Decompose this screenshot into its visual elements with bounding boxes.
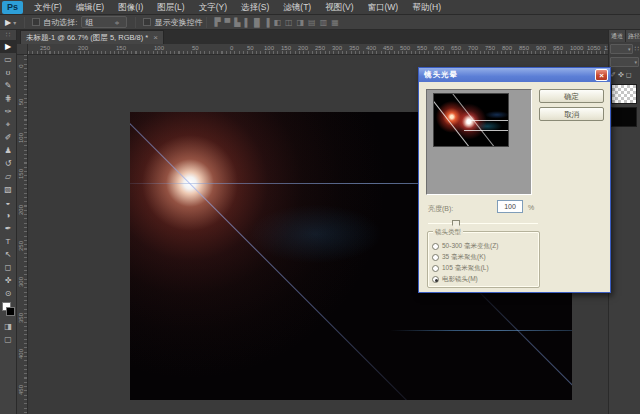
ok-button[interactable]: 确定	[539, 89, 604, 103]
tool-type[interactable]: T	[0, 235, 17, 248]
align-right-edges-icon[interactable]: ▐	[264, 16, 270, 29]
lens-option[interactable]: 105 毫米聚焦(L)	[432, 263, 489, 274]
tool-hand[interactable]: ✜	[0, 274, 17, 287]
layer-thumbnail-transparent[interactable]	[611, 84, 637, 104]
lens-option[interactable]: 35 毫米聚焦(K)	[432, 252, 486, 263]
distribute-top-icon[interactable]: ◧	[273, 16, 281, 29]
brightness-input[interactable]	[497, 200, 523, 213]
distribute-bottom-icon[interactable]: ◨	[297, 16, 305, 29]
close-tab-icon[interactable]: ×	[153, 33, 158, 42]
dialog-title-bar[interactable]: 镜头光晕	[419, 68, 610, 82]
tool-preset-caret-icon[interactable]: ▾	[13, 19, 16, 26]
show-transform-checkbox[interactable]	[143, 18, 151, 26]
tool-crop[interactable]: ⋕	[0, 92, 17, 105]
lock-all-icon[interactable]: ◻	[626, 71, 632, 79]
ruler-label: 950	[553, 45, 563, 51]
auto-select-dropdown[interactable]: 组 ≑	[81, 16, 127, 28]
tool-history-brush[interactable]: ↺	[0, 157, 17, 170]
align-top-edges-icon[interactable]: ▛	[214, 16, 220, 29]
align-vertical-centers-icon[interactable]: ▀	[225, 16, 231, 29]
ruler-label: 150	[116, 45, 126, 51]
chevron-down-icon: ≑	[114, 19, 119, 26]
align-icons: ▛▀▙▌█▐◧◫◨▤▥▦	[214, 16, 338, 29]
ruler-label: 200	[298, 45, 308, 51]
menu-item[interactable]: 图层(L)	[150, 0, 191, 15]
distribute-vertical-icon[interactable]: ◫	[285, 16, 293, 29]
menu-item[interactable]: 文字(Y)	[192, 0, 234, 15]
layer-thumbnail-black[interactable]	[611, 107, 637, 127]
ruler-label: 550	[417, 45, 427, 51]
menu-item[interactable]: 视图(V)	[318, 0, 360, 15]
radio-icon[interactable]	[432, 276, 439, 283]
panel-tab[interactable]: 通道	[609, 30, 626, 42]
menu-item[interactable]: 编辑(E)	[69, 0, 111, 15]
ruler-label: 400	[366, 45, 376, 51]
tool-quick-selection[interactable]: ✎	[0, 79, 17, 92]
tool-gradient[interactable]: ▧	[0, 183, 17, 196]
tool-move[interactable]: ▶	[0, 40, 17, 53]
screen-mode-button[interactable]: ▢	[0, 333, 17, 346]
quick-mask-button[interactable]: ◨	[0, 320, 17, 333]
cancel-button[interactable]: 取消	[539, 107, 604, 121]
ruler-label: 0	[230, 45, 233, 51]
tool-eraser[interactable]: ▱	[0, 170, 17, 183]
menu-item[interactable]: 选择(S)	[234, 0, 276, 15]
distribute-center-icon[interactable]: ▥	[320, 16, 328, 29]
chevron-down-icon: ▾	[634, 59, 637, 65]
menu-item[interactable]: 窗口(W)	[361, 0, 406, 15]
tool-shape[interactable]: ◻	[0, 261, 17, 274]
lock-move-icon[interactable]: ✜	[618, 71, 624, 79]
tool-blur[interactable]: ◒	[0, 196, 17, 209]
dialog-close-button[interactable]: ×	[595, 69, 608, 81]
radio-icon[interactable]	[432, 265, 439, 272]
tool-lasso[interactable]: ʊ	[0, 66, 17, 79]
flare-preview-thumbnail[interactable]	[433, 93, 509, 147]
menu-item[interactable]: 帮助(H)	[405, 0, 448, 15]
tool-marquee[interactable]: ▭	[0, 53, 17, 66]
tool-pen[interactable]: ✒	[0, 222, 17, 235]
distribute-left-icon[interactable]: ▤	[308, 16, 316, 29]
ruler-label: 350	[18, 312, 24, 324]
tool-healing-brush[interactable]: ⌖	[0, 118, 17, 131]
tool-brush[interactable]: ✐	[0, 131, 17, 144]
ruler-label: 100	[264, 45, 274, 51]
tool-dodge[interactable]: ◑	[0, 209, 17, 222]
ruler-label: 250	[40, 45, 50, 51]
tool-path-selection[interactable]: ↖	[0, 248, 17, 261]
vertical-ruler[interactable]: 050100150200250300350400450	[17, 55, 28, 414]
ruler-label: 200	[78, 45, 88, 51]
ruler-label: 150	[18, 168, 24, 180]
brightness-slider[interactable]	[428, 220, 538, 228]
distribute-right-icon[interactable]: ▦	[331, 16, 339, 29]
lens-option[interactable]: 电影镜头(M)	[432, 274, 478, 285]
panel-tabs: 通道路径	[609, 30, 640, 42]
radio-icon[interactable]	[432, 243, 439, 250]
lens-option[interactable]: 50-300 毫米变焦(Z)	[432, 241, 498, 252]
lens-type-legend: 镜头类型	[433, 228, 463, 237]
menu-item[interactable]: 图像(I)	[111, 0, 150, 15]
menu-item[interactable]: 滤镜(T)	[276, 0, 318, 15]
panel-tab[interactable]: 路径	[626, 30, 640, 42]
opacity-dropdown[interactable]: ▾	[610, 57, 639, 67]
collapse-panel-icon[interactable]: ∷	[6, 30, 10, 40]
document-tab[interactable]: 未标题-1 @ 66.7% (图层 5, RGB/8) * ×	[20, 30, 164, 44]
ruler-label: 450	[18, 384, 24, 396]
align-horizontal-centers-icon[interactable]: █	[254, 16, 260, 29]
menu-item[interactable]: 文件(F)	[27, 0, 69, 15]
background-color-swatch[interactable]	[6, 307, 15, 316]
tool-clone-stamp[interactable]: ♟	[0, 144, 17, 157]
ruler-label: 50	[247, 45, 254, 51]
align-left-edges-icon[interactable]: ▌	[244, 16, 250, 29]
align-bottom-edges-icon[interactable]: ▙	[234, 16, 240, 29]
panel-menu-icon[interactable]: ∷	[635, 45, 639, 53]
blend-mode-dropdown[interactable]: ▾	[610, 44, 633, 54]
horizontal-ruler[interactable]: 2502001501005005010015020025030035040045…	[28, 44, 640, 55]
auto-select-checkbox[interactable]	[32, 18, 40, 26]
layers-panel-strip: 通道路径 ▾ ∷ ▾ ✐✜◻	[608, 30, 640, 414]
separator	[135, 17, 136, 28]
tool-zoom[interactable]: ⊙	[0, 287, 17, 300]
separator	[206, 17, 207, 28]
tool-eyedropper[interactable]: ✑	[0, 105, 17, 118]
radio-icon[interactable]	[432, 254, 439, 261]
lock-icons-row: ✐✜◻	[609, 68, 640, 81]
